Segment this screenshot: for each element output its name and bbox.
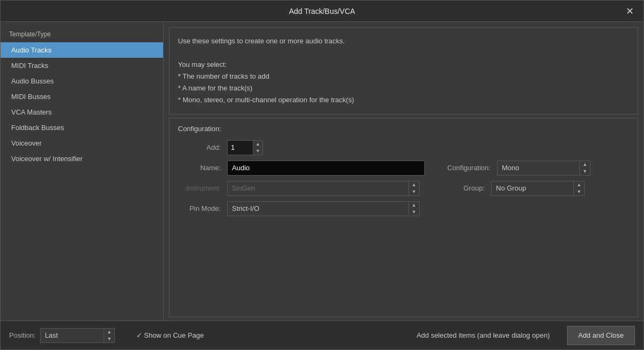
pin-mode-select[interactable]: Strict-I/O None ▲ ▼: [227, 201, 420, 216]
description-line5: * Mono, stereo, or multi-channel operati…: [178, 94, 629, 106]
configuration-dropdown[interactable]: Mono Stereo Quad: [498, 161, 579, 175]
content-area: Template/Type Audio Tracks MIDI Tracks A…: [1, 22, 643, 321]
add-decrement[interactable]: ▼: [253, 148, 262, 155]
add-increment[interactable]: ▲: [253, 141, 262, 148]
main-panel: Use these settings to create one or more…: [164, 22, 643, 321]
sidebar-section-label: Template/Type: [1, 27, 163, 42]
footer: Position: Last First Before Selection Af…: [1, 321, 643, 349]
position-select[interactable]: Last First Before Selection After Select…: [40, 328, 115, 343]
spinner-arrows: ▲ ▼: [253, 141, 262, 155]
position-select-arrows: ▲ ▼: [104, 329, 114, 343]
show-cue-label: ✓ Show on Cue Page: [136, 331, 204, 339]
sidebar-item-voiceover-intensifier[interactable]: Voiceover w/ Intensifier: [1, 151, 163, 166]
add-track-dialog: Add Track/Bus/VCA ✕ Template/Type Audio …: [0, 0, 644, 350]
sidebar-item-midi-tracks[interactable]: MIDI Tracks: [1, 58, 163, 73]
pin-up-arrow[interactable]: ▲: [409, 202, 419, 209]
add-spinner[interactable]: ▲ ▼: [227, 140, 263, 155]
pin-mode-dropdown[interactable]: Strict-I/O None: [228, 202, 408, 216]
sidebar-item-audio-tracks[interactable]: Audio Tracks: [1, 42, 163, 58]
add-items-button[interactable]: Add selected items (and leave dialog ope…: [410, 328, 556, 343]
config-up-arrow[interactable]: ▲: [580, 161, 590, 168]
configuration-select[interactable]: Mono Stereo Quad ▲ ▼: [497, 161, 591, 176]
config-section: Configuration: Add: ▲ ▼ Name:: [169, 118, 638, 317]
instrument-select-arrows: ▲ ▼: [408, 181, 419, 195]
config-title: Configuration:: [178, 125, 629, 133]
instrument-group-row: Instrument: SinGen ▲ ▼ Group: No Gro: [178, 181, 629, 196]
description-line2: You may select:: [178, 59, 629, 71]
sidebar-item-foldback-busses[interactable]: Foldback Busses: [1, 120, 163, 135]
instrument-down-arrow[interactable]: ▼: [409, 188, 419, 195]
configuration-label: Configuration:: [447, 164, 491, 172]
sidebar-item-vca-masters[interactable]: VCA Masters: [1, 104, 163, 120]
config-down-arrow[interactable]: ▼: [580, 168, 590, 175]
add-label: Add:: [178, 143, 221, 151]
name-config-row: Name: Configuration: Mono Stereo Quad ▲ …: [178, 161, 629, 176]
pin-select-arrows: ▲ ▼: [408, 202, 419, 216]
position-down-arrow[interactable]: ▼: [104, 336, 114, 343]
position-dropdown[interactable]: Last First Before Selection After Select…: [41, 329, 104, 343]
position-up-arrow[interactable]: ▲: [104, 329, 114, 336]
dialog-title: Add Track/Bus/VCA: [289, 7, 355, 16]
description-line1: Use these settings to create one or more…: [178, 35, 629, 47]
group-down-arrow[interactable]: ▼: [574, 188, 584, 195]
instrument-dropdown[interactable]: SinGen: [228, 181, 408, 195]
group-dropdown[interactable]: No Group: [492, 181, 573, 195]
title-bar: Add Track/Bus/VCA ✕: [1, 1, 643, 22]
sidebar-item-audio-busses[interactable]: Audio Busses: [1, 73, 163, 89]
pin-mode-label: Pin Mode:: [178, 204, 221, 212]
add-row: Add: ▲ ▼: [178, 140, 629, 155]
group-select[interactable]: No Group ▲ ▼: [491, 181, 585, 196]
group-label: Group:: [442, 184, 485, 192]
name-label: Name:: [178, 164, 221, 172]
pin-mode-row: Pin Mode: Strict-I/O None ▲ ▼: [178, 201, 629, 216]
position-row: Position: Last First Before Selection Af…: [9, 328, 115, 343]
group-select-arrows: ▲ ▼: [573, 181, 584, 195]
description-line3: * The number of tracks to add: [178, 71, 629, 82]
sidebar-item-voiceover[interactable]: Voiceover: [1, 135, 163, 151]
add-close-button[interactable]: Add and Close: [567, 326, 635, 345]
instrument-up-arrow[interactable]: ▲: [409, 181, 419, 188]
name-input[interactable]: [227, 161, 425, 176]
show-cue-checkbox[interactable]: ✓ Show on Cue Page: [136, 331, 204, 339]
sidebar-item-midi-busses[interactable]: MIDI Busses: [1, 89, 163, 104]
add-input[interactable]: [228, 141, 253, 155]
instrument-label: Instrument:: [178, 184, 221, 192]
pin-down-arrow[interactable]: ▼: [409, 209, 419, 216]
description-line4: * A name for the track(s): [178, 82, 629, 94]
group-up-arrow[interactable]: ▲: [574, 181, 584, 188]
description-box: Use these settings to create one or more…: [169, 27, 638, 115]
position-label: Position:: [9, 331, 36, 339]
close-button[interactable]: ✕: [622, 4, 637, 19]
config-select-arrows: ▲ ▼: [579, 161, 590, 175]
instrument-select[interactable]: SinGen ▲ ▼: [227, 181, 420, 196]
sidebar: Template/Type Audio Tracks MIDI Tracks A…: [1, 22, 164, 321]
